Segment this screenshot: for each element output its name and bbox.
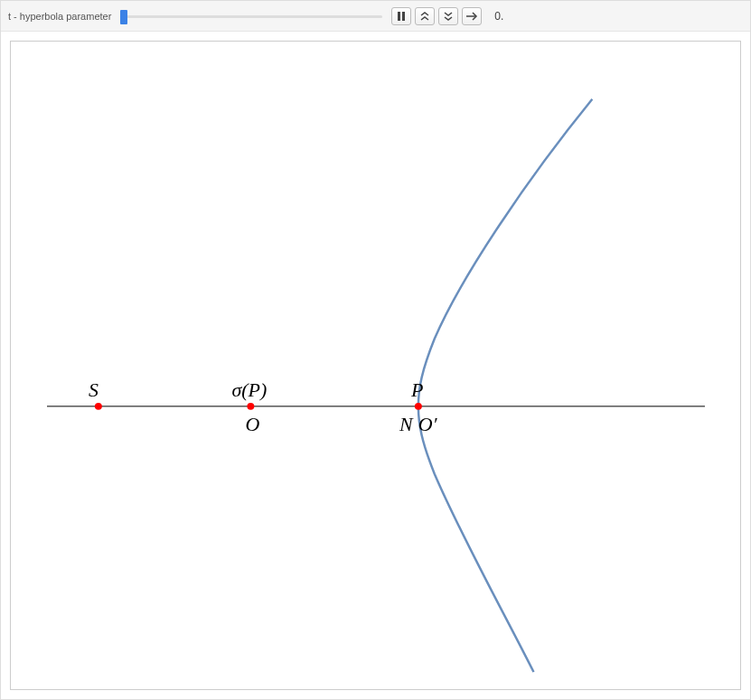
label-p: P [410, 378, 423, 401]
diagram-svg: S σ(P) O P N O′ [11, 42, 740, 689]
point-s [95, 403, 102, 410]
label-s: S [89, 378, 99, 401]
point-sigma-p [247, 403, 254, 410]
point-p [415, 403, 422, 410]
label-o: O [245, 413, 259, 435]
parameter-slider[interactable] [120, 8, 382, 24]
value-readout: 0. [494, 10, 503, 23]
pause-icon [397, 12, 406, 21]
step-down-button[interactable] [438, 7, 458, 25]
control-bar: t - hyperbola parameter [1, 1, 750, 32]
svg-rect-1 [402, 12, 405, 21]
plot-box: S σ(P) O P N O′ [10, 41, 741, 690]
hyperbola-curve [418, 99, 592, 672]
label-sigma-p: σ(P) [231, 378, 267, 401]
manipulator-panel: t - hyperbola parameter [0, 0, 751, 700]
label-o-prime: O′ [418, 413, 438, 435]
double-chevron-down-icon [443, 12, 454, 21]
slider-track [120, 15, 382, 18]
plot-area: S σ(P) O P N O′ [1, 32, 750, 699]
step-up-button[interactable] [415, 7, 435, 25]
svg-rect-0 [398, 12, 400, 21]
slider-label: t - hyperbola parameter [8, 11, 111, 22]
slider-thumb[interactable] [120, 10, 127, 24]
play-pause-button[interactable] [391, 7, 411, 25]
arrow-right-icon [465, 12, 478, 21]
label-n: N [399, 413, 414, 435]
run-forward-button[interactable] [462, 7, 482, 25]
double-chevron-up-icon [419, 12, 430, 21]
